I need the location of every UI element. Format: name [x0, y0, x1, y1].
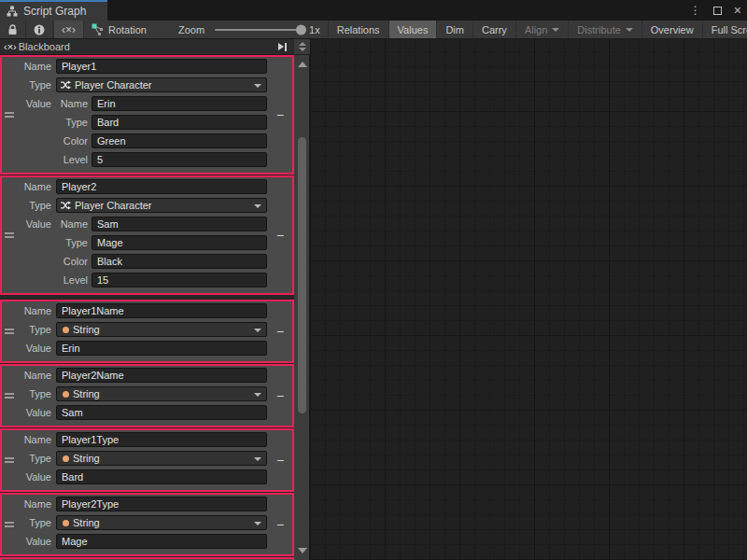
field-label: Name	[2, 61, 56, 72]
variable-list: NameTypePlayer CharacterValueNameTypeCol…	[0, 55, 294, 560]
field-label: Level	[56, 154, 92, 165]
blackboard-title: Blackboard	[19, 41, 70, 52]
info-button[interactable]	[26, 21, 53, 38]
drag-handle[interactable]	[5, 329, 14, 334]
variable-name-input[interactable]	[56, 59, 267, 74]
object-field-input[interactable]	[92, 273, 267, 287]
close-icon[interactable]: ×	[734, 4, 741, 17]
variable-entry[interactable]: NameTypeStringValue−	[0, 493, 294, 556]
sitemap-icon	[7, 6, 18, 17]
blackboard-scrollbar[interactable]	[294, 55, 310, 560]
variable-name-input[interactable]	[56, 368, 267, 383]
zoom-slider-knob[interactable]	[296, 24, 306, 35]
variable-value-input[interactable]	[56, 534, 267, 549]
remove-variable-button[interactable]: −	[272, 518, 289, 531]
lock-button[interactable]	[0, 21, 26, 38]
object-field-input[interactable]	[92, 133, 267, 148]
object-field-row: Type	[2, 235, 292, 250]
object-field-input[interactable]	[92, 254, 267, 269]
type-dropdown[interactable]: Player Character	[56, 77, 267, 92]
object-field-input[interactable]	[92, 217, 267, 231]
object-field-input[interactable]	[92, 235, 267, 250]
type-dropdown[interactable]: String	[56, 386, 267, 401]
variable-value-input[interactable]	[56, 341, 267, 356]
maximize-icon[interactable]	[713, 7, 722, 15]
remove-variable-button[interactable]: −	[272, 108, 289, 121]
variable-name-input[interactable]	[56, 432, 267, 447]
toolbar-button-label: Values	[398, 24, 429, 35]
zoom-control: Zoom 1x	[171, 21, 328, 38]
object-field-input[interactable]	[92, 115, 267, 130]
object-field-input[interactable]	[92, 152, 267, 167]
remove-variable-button[interactable]: −	[272, 325, 289, 338]
variable-value-input[interactable]	[56, 469, 267, 484]
variable-name-row: Name	[2, 368, 292, 383]
drag-handle[interactable]	[5, 393, 14, 399]
lock-icon	[7, 24, 18, 35]
object-field-row: Type	[2, 115, 292, 130]
type-dropdown[interactable]: Player Character	[56, 198, 267, 213]
field-label: Value	[2, 407, 56, 418]
drag-handle[interactable]	[5, 522, 14, 527]
kebab-menu-icon[interactable]: ⋮	[690, 5, 701, 16]
dock-panel-icon[interactable]	[278, 43, 287, 51]
zoom-slider[interactable]	[215, 29, 304, 31]
field-label: Name	[2, 498, 56, 510]
object-field-row: Color	[2, 254, 292, 269]
title-bar: Script Graph ⋮ ×	[0, 0, 747, 21]
object-field-row: Level	[2, 152, 292, 167]
variable-name-input[interactable]	[56, 497, 267, 511]
toolbar-button-relations[interactable]: Relations	[328, 21, 388, 38]
variable-entry[interactable]: NameTypeStringValue−	[0, 300, 294, 363]
variable-value-row: Value	[2, 469, 292, 484]
variable-name-input[interactable]	[56, 179, 267, 194]
string-icon	[63, 327, 69, 333]
variable-type-row: TypeString	[2, 515, 292, 530]
object-field-row: ValueName	[2, 217, 292, 231]
toolbar-button-carry[interactable]: Carry	[472, 21, 515, 38]
type-dropdown[interactable]: String	[56, 515, 267, 530]
panel-resize-arrows[interactable]	[294, 39, 310, 55]
variable-value-input[interactable]	[56, 405, 267, 420]
drag-handle[interactable]	[5, 457, 14, 463]
variable-entry[interactable]: NameTypeStringValue−	[0, 364, 294, 427]
drag-handle[interactable]	[5, 112, 14, 118]
toolbar-button-distribute: Distribute	[568, 21, 641, 38]
toolbar-button-overview[interactable]: Overview	[641, 21, 702, 38]
chevron-down-icon	[552, 28, 559, 32]
type-dropdown[interactable]: String	[56, 451, 267, 466]
script-graph-window: Script Graph ⋮ ×	[0, 0, 747, 560]
scrollbar-thumb[interactable]	[298, 137, 306, 413]
drag-handle[interactable]	[5, 232, 14, 238]
graph-canvas[interactable]	[310, 39, 747, 560]
variable-entry[interactable]: NameTypePlayer CharacterValueNameTypeCol…	[0, 175, 294, 295]
object-field-input[interactable]	[92, 96, 267, 111]
remove-variable-button[interactable]: −	[272, 454, 289, 467]
field-label: Name	[56, 98, 92, 109]
scroll-down-icon[interactable]	[298, 548, 307, 553]
info-icon	[34, 24, 45, 35]
toolbar-button-values[interactable]: Values	[388, 21, 437, 38]
field-label: Color	[56, 135, 92, 147]
remove-variable-button[interactable]: −	[272, 389, 289, 402]
chevron-down-icon	[626, 28, 633, 32]
type-dropdown[interactable]: String	[56, 322, 267, 337]
toolbar-button-label: Dim	[445, 24, 464, 35]
variable-name-input[interactable]	[56, 303, 267, 318]
type-dropdown-value: Player Character	[75, 79, 152, 91]
toolbar-button-full-screen[interactable]: Full Screen	[702, 21, 747, 38]
player-character-icon	[60, 79, 71, 91]
script-graph-logo-button[interactable]: ‹×›	[53, 21, 84, 38]
tab-script-graph[interactable]: Script Graph	[0, 0, 107, 21]
visual-scripting-logo-icon: ‹×›	[4, 41, 17, 52]
zoom-label: Zoom	[178, 24, 204, 35]
remove-variable-button[interactable]: −	[272, 229, 289, 242]
variable-entry[interactable]: NameTypePlayer CharacterValueNameTypeCol…	[0, 55, 294, 175]
blackboard-header: ‹×› Blackboard	[0, 39, 294, 55]
variable-entry[interactable]: NameTypeStringValue−	[0, 428, 294, 492]
scroll-up-icon[interactable]	[298, 62, 307, 67]
toolbar-button-dim[interactable]: Dim	[436, 21, 472, 38]
variable-type-row: TypeString	[2, 451, 292, 466]
chevron-down-icon	[254, 393, 261, 397]
field-label: Name	[56, 218, 92, 230]
